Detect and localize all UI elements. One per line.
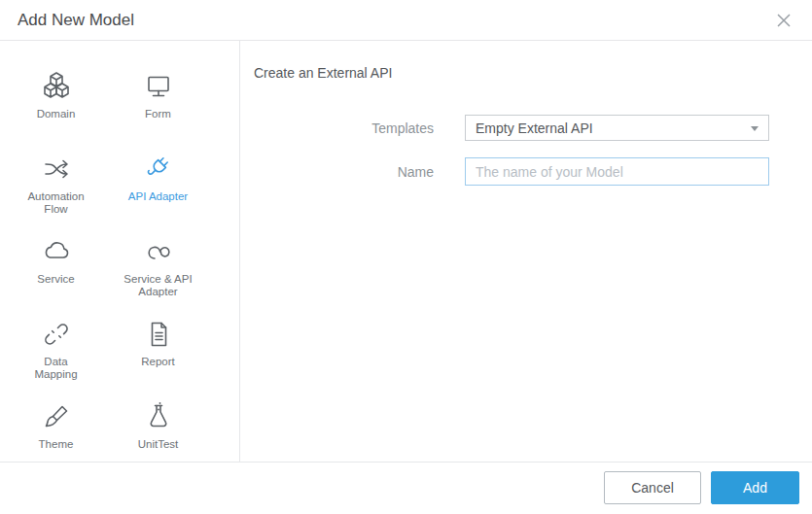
cancel-button[interactable]: Cancel bbox=[604, 471, 701, 504]
chevron-down-icon bbox=[751, 126, 759, 131]
sidebar-item-label: UnitTest bbox=[138, 438, 179, 451]
model-type-panel: Domain Form Automation Flow bbox=[0, 41, 240, 462]
sidebar-item-label: API Adapter bbox=[128, 190, 188, 203]
panel-heading: Create an External API bbox=[254, 65, 812, 81]
sidebar-item-label: Automation Flow bbox=[20, 190, 92, 216]
add-button[interactable]: Add bbox=[711, 471, 799, 504]
sidebar-item-form[interactable]: Form bbox=[107, 71, 209, 154]
templates-selected-value: Empty External API bbox=[476, 120, 593, 136]
templates-select[interactable]: Empty External API bbox=[465, 115, 769, 141]
sidebar-item-service[interactable]: Service bbox=[5, 236, 107, 319]
close-button[interactable] bbox=[773, 10, 794, 31]
sidebar-item-label: Data Mapping bbox=[27, 356, 86, 381]
sidebar-item-label: Report bbox=[141, 356, 175, 368]
monitor-icon bbox=[143, 71, 174, 102]
dialog-body: Domain Form Automation Flow bbox=[0, 41, 812, 463]
report-icon bbox=[143, 319, 174, 350]
name-label: Name bbox=[240, 164, 434, 180]
sidebar-item-label: Theme bbox=[39, 438, 74, 451]
dialog-header: Add New Model bbox=[0, 0, 812, 41]
templates-label: Templates bbox=[240, 120, 434, 136]
sidebar-item-report[interactable]: Report bbox=[107, 319, 209, 401]
paintbrush-icon bbox=[41, 401, 72, 432]
sidebar-item-domain[interactable]: Domain bbox=[5, 71, 107, 154]
sidebar-item-api-adapter[interactable]: API Adapter bbox=[107, 154, 209, 236]
cloud-loop-icon bbox=[143, 236, 174, 267]
shuffle-icon bbox=[41, 154, 72, 185]
create-form: Templates Empty External API Name bbox=[240, 115, 812, 186]
flask-icon bbox=[143, 401, 174, 432]
model-type-grid: Domain Form Automation Flow bbox=[5, 71, 239, 484]
broken-link-icon bbox=[41, 319, 72, 350]
name-row: Name bbox=[240, 157, 812, 186]
sidebar-item-unittest[interactable]: UnitTest bbox=[107, 401, 209, 484]
plug-icon bbox=[143, 154, 174, 185]
sidebar-item-theme[interactable]: Theme bbox=[5, 401, 107, 484]
sidebar-item-label: Service bbox=[37, 273, 74, 286]
close-icon bbox=[777, 14, 791, 27]
sidebar-item-label: Service & API Adapter bbox=[118, 273, 199, 298]
add-new-model-dialog: Add New Model Domain bbox=[0, 0, 812, 514]
sidebar-item-service-api-adapter[interactable]: Service & API Adapter bbox=[107, 236, 209, 319]
cubes-icon bbox=[41, 71, 72, 102]
sidebar-item-label: Domain bbox=[37, 108, 76, 120]
templates-row: Templates Empty External API bbox=[240, 115, 812, 141]
dialog-title: Add New Model bbox=[18, 11, 134, 30]
create-panel: Create an External API Templates Empty E… bbox=[240, 41, 812, 462]
sidebar-item-automation-flow[interactable]: Automation Flow bbox=[5, 154, 107, 236]
name-input[interactable] bbox=[465, 157, 769, 186]
sidebar-item-label: Form bbox=[145, 108, 171, 120]
sidebar-item-data-mapping[interactable]: Data Mapping bbox=[5, 319, 107, 401]
cloud-icon bbox=[41, 236, 72, 267]
